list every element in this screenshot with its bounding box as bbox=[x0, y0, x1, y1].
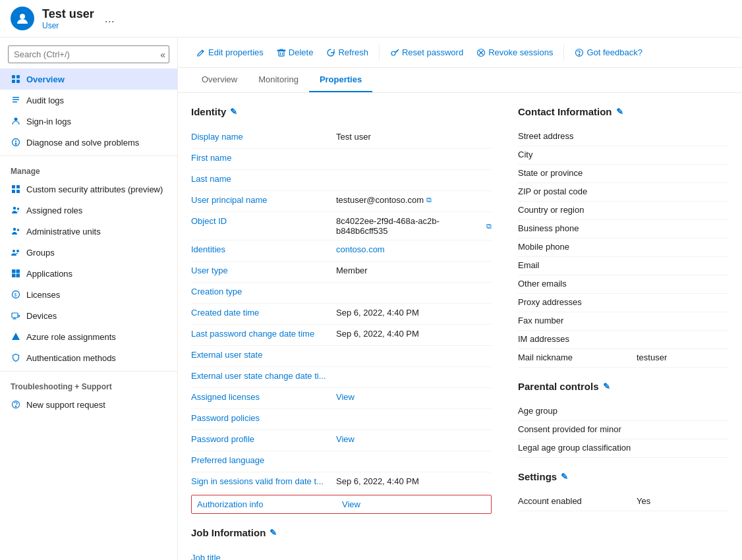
prop-job-title: Job title bbox=[191, 549, 492, 560]
sidebar-item-auth-methods[interactable]: Authentication methods bbox=[0, 347, 177, 368]
sidebar-item-azure-roles[interactable]: Azure role assignments bbox=[0, 326, 177, 347]
label-consent-minor: Consent provided for minor bbox=[518, 424, 637, 434]
prop-label-identities: Identities bbox=[191, 244, 336, 254]
copy-upn-icon[interactable]: ⧉ bbox=[426, 196, 432, 204]
job-info-section-title: Job Information ✎ bbox=[191, 527, 492, 538]
svg-rect-28 bbox=[12, 313, 18, 318]
sidebar-item-diagnose[interactable]: Diagnose and solve problems bbox=[0, 132, 177, 153]
prop-mobile-phone: Mobile phone bbox=[518, 238, 729, 257]
svg-rect-24 bbox=[12, 274, 16, 278]
label-im-addresses: IM addresses bbox=[518, 334, 637, 344]
sidebar-item-signin-logs[interactable]: Sign-in logs bbox=[0, 111, 177, 132]
parental-controls-edit-icon[interactable]: ✎ bbox=[603, 381, 610, 391]
prop-label-last-pwd-change: Last password change date time bbox=[191, 329, 336, 339]
identities-link[interactable]: contoso.com bbox=[336, 244, 385, 254]
label-legal-age: Legal age group classification bbox=[518, 443, 637, 453]
tab-properties[interactable]: Properties bbox=[309, 68, 372, 92]
sidebar-item-groups[interactable]: Groups bbox=[0, 242, 177, 263]
svg-rect-1 bbox=[12, 75, 15, 78]
svg-rect-35 bbox=[279, 51, 284, 56]
prop-zip: ZIP or postal code bbox=[518, 183, 729, 202]
identity-edit-icon[interactable]: ✎ bbox=[230, 107, 237, 117]
prop-value-signin-sessions: Sep 6, 2022, 4:40 PM bbox=[336, 476, 492, 486]
label-city: City bbox=[518, 150, 637, 159]
svg-point-11 bbox=[15, 144, 16, 145]
properties-content: Identity ✎ Display name Test user First … bbox=[178, 93, 742, 560]
sidebar-item-custom-security[interactable]: Custom security attributes (preview) bbox=[0, 179, 177, 200]
prop-assigned-licenses: Assigned licenses View bbox=[191, 388, 492, 409]
label-state: State or province bbox=[518, 168, 637, 178]
prop-value-display-name: Test user bbox=[336, 132, 492, 142]
sidebar-item-devices[interactable]: Devices bbox=[0, 305, 177, 326]
sidebar-label-assigned-roles: Assigned roles bbox=[26, 206, 82, 215]
label-fax: Fax number bbox=[518, 316, 637, 325]
tab-overview[interactable]: Overview bbox=[191, 68, 248, 92]
azure-icon bbox=[11, 331, 21, 342]
label-other-emails: Other emails bbox=[518, 279, 637, 289]
authorization-info-view-link[interactable]: View bbox=[342, 499, 360, 509]
prop-label-password-profile: Password profile bbox=[191, 434, 336, 444]
sidebar-item-admin-units[interactable]: Administrative units bbox=[0, 221, 177, 242]
prop-label-external-state: External user state bbox=[191, 350, 336, 360]
job-info-title-text: Job Information bbox=[191, 527, 266, 538]
sidebar-label-overview: Overview bbox=[26, 74, 65, 84]
sidebar-item-assigned-roles[interactable]: Assigned roles bbox=[0, 200, 177, 221]
sidebar-item-licenses[interactable]: $ Licenses bbox=[0, 284, 177, 305]
prop-created-date: Created date time Sep 6, 2022, 4:40 PM bbox=[191, 304, 492, 325]
roles-icon bbox=[11, 205, 21, 215]
svg-rect-7 bbox=[13, 101, 17, 103]
contact-info-title-text: Contact Information bbox=[518, 106, 612, 117]
value-mail-nickname: testuser bbox=[637, 352, 729, 362]
apps-icon bbox=[11, 268, 21, 279]
collapse-icon[interactable]: « bbox=[160, 49, 165, 60]
contact-info-edit-icon[interactable]: ✎ bbox=[616, 107, 623, 117]
sidebar-label-groups: Groups bbox=[26, 248, 55, 258]
prop-label-last-name: Last name bbox=[191, 174, 336, 184]
prop-im-addresses: IM addresses bbox=[518, 331, 729, 349]
edit-properties-button[interactable]: Edit properties bbox=[191, 44, 269, 61]
label-account-enabled: Account enabled bbox=[518, 496, 637, 506]
search-input[interactable] bbox=[8, 45, 169, 63]
object-id-text: 8c4022ee-2f9d-468a-ac2b-b848b6cff535 bbox=[336, 216, 484, 236]
sidebar-item-support[interactable]: New support request bbox=[0, 394, 177, 415]
prop-value-assigned-licenses: View bbox=[336, 392, 492, 402]
content-area: Edit properties Delete Refresh Reset pas… bbox=[178, 38, 742, 560]
revoke-sessions-button[interactable]: Revoke sessions bbox=[471, 44, 558, 61]
sidebar-item-audit-logs[interactable]: Audit logs bbox=[0, 90, 177, 111]
prop-account-enabled: Account enabled Yes bbox=[518, 493, 729, 511]
assigned-licenses-view-link[interactable]: View bbox=[336, 392, 355, 402]
svg-point-21 bbox=[16, 250, 19, 252]
feedback-button[interactable]: Got feedback? bbox=[569, 44, 648, 61]
sidebar-item-overview[interactable]: Overview bbox=[0, 69, 177, 90]
user-type: User bbox=[42, 21, 94, 30]
prop-label-signin-sessions: Sign in sessions valid from date t... bbox=[191, 476, 336, 486]
svg-rect-2 bbox=[16, 75, 20, 78]
tab-monitoring[interactable]: Monitoring bbox=[248, 68, 309, 92]
sidebar-label-applications: Applications bbox=[26, 269, 72, 279]
label-age-group: Age group bbox=[518, 406, 637, 416]
job-info-edit-icon[interactable]: ✎ bbox=[270, 528, 277, 538]
sidebar-label-admin-units: Administrative units bbox=[26, 227, 101, 237]
sidebar-label-audit: Audit logs bbox=[26, 96, 64, 105]
delete-icon bbox=[277, 48, 286, 57]
prop-city: City bbox=[518, 146, 729, 165]
prop-external-state-change: External user state change date ti... bbox=[191, 367, 492, 388]
password-profile-view-link[interactable]: View bbox=[336, 434, 355, 444]
prop-object-id: Object ID 8c4022ee-2f9d-468a-ac2b-b848b6… bbox=[191, 212, 492, 240]
reset-password-button[interactable]: Reset password bbox=[385, 44, 469, 61]
prop-value-upn: testuser@contoso.com ⧉ bbox=[336, 195, 492, 205]
licenses-icon: $ bbox=[11, 289, 21, 300]
ellipsis-button[interactable]: ... bbox=[105, 12, 115, 26]
refresh-button[interactable]: Refresh bbox=[321, 44, 374, 61]
settings-edit-icon[interactable]: ✎ bbox=[561, 472, 568, 482]
svg-rect-12 bbox=[12, 185, 15, 188]
svg-line-41 bbox=[396, 51, 397, 52]
copy-object-id-icon[interactable]: ⧉ bbox=[486, 222, 492, 231]
svg-point-18 bbox=[13, 228, 16, 231]
refresh-icon bbox=[326, 48, 335, 57]
sidebar-item-applications[interactable]: Applications bbox=[0, 263, 177, 284]
delete-button[interactable]: Delete bbox=[271, 44, 319, 61]
tabs: Overview Monitoring Properties bbox=[178, 68, 742, 93]
prop-last-pwd-change: Last password change date time Sep 6, 20… bbox=[191, 325, 492, 346]
prop-external-state: External user state bbox=[191, 346, 492, 367]
